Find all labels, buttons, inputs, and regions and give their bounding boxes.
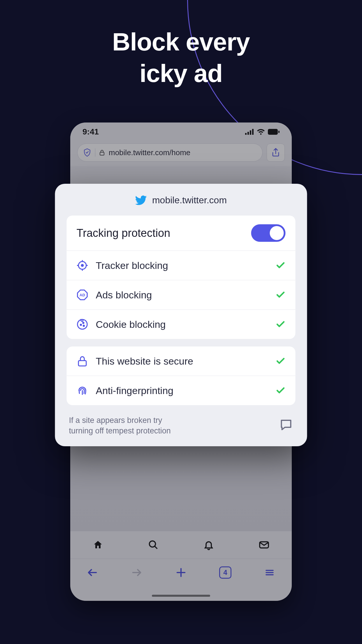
tracking-protection-toggle[interactable]: [251, 224, 286, 242]
new-tab-button[interactable]: [174, 566, 188, 580]
menu-button[interactable]: [263, 566, 277, 580]
notifications-tab[interactable]: [202, 538, 216, 552]
anti-fingerprinting-label: Anti-fingerprinting: [96, 385, 268, 396]
url-divider: [95, 148, 95, 157]
svg-rect-0: [245, 133, 247, 135]
battery-icon: [268, 129, 280, 135]
svg-rect-5: [278, 131, 280, 133]
check-icon: [276, 386, 286, 396]
home-tab[interactable]: [91, 538, 105, 552]
url-text: mobile.twitter.com/home: [109, 148, 190, 157]
status-bar: 9:41: [70, 123, 292, 141]
home-indicator: [152, 595, 210, 597]
tabs-button[interactable]: 4: [218, 566, 232, 580]
status-time: 9:41: [82, 127, 99, 136]
svg-point-13: [83, 325, 85, 326]
footer-note-line-2: turning off tempest protection: [69, 426, 171, 436]
headline-line-1: Block every: [0, 26, 362, 58]
svg-rect-6: [100, 152, 104, 155]
share-button[interactable]: [267, 144, 285, 162]
ad-icon: AD: [77, 289, 88, 301]
ads-blocking-row[interactable]: AD Ads blocking: [67, 280, 296, 309]
bell-icon: [203, 540, 214, 550]
lock-icon: [77, 355, 88, 367]
tab-count-badge: 4: [219, 566, 231, 579]
app-tab-bar: [70, 531, 292, 559]
panel-footer: If a site appears broken try turning off…: [67, 413, 296, 436]
hamburger-icon: [264, 567, 275, 578]
cookie-blocking-row[interactable]: Cookie blocking: [67, 309, 296, 339]
promo-headline: Block every icky ad: [0, 26, 362, 89]
forward-button[interactable]: [130, 566, 144, 580]
svg-text:AD: AD: [80, 293, 85, 297]
tracker-blocking-label: Tracker blocking: [96, 260, 268, 271]
messages-tab[interactable]: [257, 538, 271, 552]
wifi-icon: [257, 129, 265, 135]
home-icon: [93, 540, 103, 550]
browser-toolbar: 4: [70, 559, 292, 586]
search-tab[interactable]: [146, 538, 160, 552]
svg-point-14: [83, 322, 84, 323]
plus-icon: [175, 567, 187, 578]
lock-small-icon: [99, 150, 105, 155]
protection-card-2: This website is secure Anti-fingerprinti…: [67, 346, 296, 405]
anti-fingerprinting-row[interactable]: Anti-fingerprinting: [67, 376, 296, 405]
svg-point-10: [81, 265, 83, 267]
arrow-right-icon: [131, 567, 143, 578]
svg-rect-4: [268, 129, 278, 135]
cookie-blocking-label: Cookie blocking: [96, 319, 268, 330]
check-icon: [276, 319, 286, 329]
protection-card-1: Tracking protection Tracker blocking AD …: [67, 216, 296, 339]
target-icon: [77, 260, 88, 271]
back-button[interactable]: [85, 566, 99, 580]
tracking-protection-row: Tracking protection: [67, 216, 296, 251]
chat-icon: [279, 418, 293, 432]
cellular-icon: [245, 129, 254, 135]
shield-check-icon: [83, 148, 91, 157]
mail-icon: [259, 540, 269, 550]
check-icon: [276, 260, 286, 270]
svg-rect-2: [250, 130, 251, 135]
search-icon: [148, 540, 159, 550]
secure-site-row[interactable]: This website is secure: [67, 346, 296, 376]
footer-note-line-1: If a site appears broken try: [69, 415, 171, 426]
arrow-left-icon: [87, 567, 98, 578]
check-icon: [276, 356, 286, 366]
status-indicators: [245, 129, 280, 135]
panel-site-label: mobile.twitter.com: [152, 195, 227, 206]
svg-rect-3: [252, 129, 254, 135]
check-icon: [276, 290, 286, 300]
feedback-button[interactable]: [279, 418, 293, 433]
fingerprint-icon: [77, 385, 88, 396]
secure-site-label: This website is secure: [96, 356, 268, 367]
ads-blocking-label: Ads blocking: [96, 289, 268, 301]
protection-panel: mobile.twitter.com Tracking protection T…: [55, 184, 307, 446]
headline-line-2: icky ad: [0, 58, 362, 89]
share-icon: [271, 148, 280, 157]
svg-point-12: [80, 324, 82, 326]
tracking-protection-label: Tracking protection: [77, 227, 244, 239]
svg-rect-1: [247, 132, 249, 135]
cookie-icon: [77, 318, 88, 330]
url-bar[interactable]: mobile.twitter.com/home: [77, 144, 263, 162]
panel-footer-note: If a site appears broken try turning off…: [69, 415, 171, 436]
svg-point-7: [150, 541, 156, 547]
tracker-blocking-row[interactable]: Tracker blocking: [67, 251, 296, 280]
svg-rect-15: [78, 360, 86, 366]
panel-header: mobile.twitter.com: [67, 195, 296, 206]
twitter-icon: [135, 195, 147, 205]
url-bar-row: mobile.twitter.com/home: [70, 141, 292, 166]
